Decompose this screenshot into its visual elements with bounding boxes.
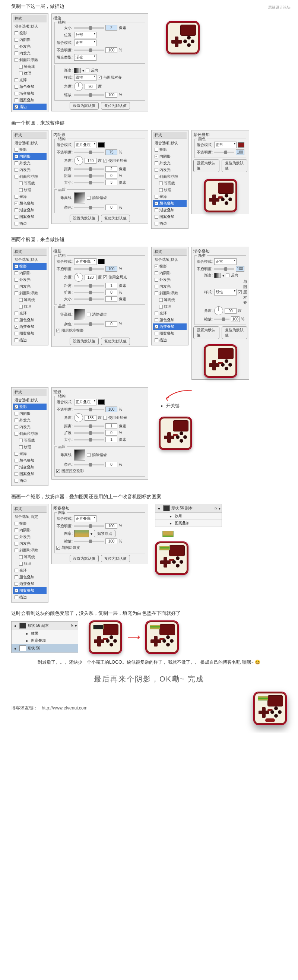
blending-options[interactable]: 混合选项:默认 <box>153 140 187 146</box>
opt-color-overlay[interactable]: 颜色叠加 <box>13 574 46 581</box>
layer-fx-pattern[interactable]: ●图案叠加 <box>155 520 222 527</box>
noise-slider[interactable] <box>74 464 104 465</box>
scale-input[interactable]: 100 <box>105 92 117 98</box>
knockout-check[interactable] <box>56 329 60 332</box>
align-check[interactable] <box>98 76 102 80</box>
pattern-dropdown-icon[interactable]: ▾ <box>90 532 92 536</box>
angle-input[interactable]: 120 <box>84 158 97 164</box>
blending-options[interactable]: 混合选项:默认 <box>13 256 46 263</box>
antialias-check[interactable] <box>87 196 90 200</box>
set-default-button[interactable]: 设置为默认值 <box>193 159 219 172</box>
global-light-check[interactable] <box>103 159 107 162</box>
reverse-check[interactable] <box>86 68 89 72</box>
angle-dial[interactable] <box>214 306 223 315</box>
layer-effects[interactable]: ●效果 <box>11 630 78 637</box>
dist-slider[interactable] <box>74 426 104 427</box>
opt-outer-glow[interactable]: 外发光 <box>13 277 46 283</box>
reverse-check[interactable] <box>226 274 230 277</box>
opt-contour[interactable]: 等高线 <box>13 180 46 187</box>
opt-texture[interactable]: 纹理 <box>13 187 46 193</box>
opacity-input[interactable]: 100 <box>105 47 117 53</box>
opt-color-overlay[interactable]: 颜色叠加 <box>13 83 46 90</box>
opt-bevel[interactable]: 斜面和浮雕 <box>13 290 46 297</box>
blending-options[interactable]: 混合选项:默认 <box>13 397 46 404</box>
opt-drop-shadow[interactable]: 投影 <box>153 263 187 270</box>
opt-pattern-overlay[interactable]: 图案叠加 <box>13 97 46 103</box>
opt-drop-shadow[interactable]: 投影 <box>13 404 46 410</box>
chevron-down-icon[interactable]: ▾ <box>75 624 77 628</box>
eye-icon[interactable]: ● <box>13 646 18 651</box>
noise-input[interactable]: 0 <box>105 321 117 327</box>
opt-pattern-overlay[interactable]: 图案叠加 <box>13 213 46 220</box>
opt-texture[interactable]: 纹理 <box>153 187 187 193</box>
opt-contour[interactable]: 等高线 <box>13 437 46 444</box>
reset-default-button[interactable]: 复位为默认值 <box>101 215 130 222</box>
size-slider[interactable] <box>74 27 104 29</box>
antialias-check[interactable] <box>87 313 90 317</box>
angle-dial[interactable] <box>74 273 83 282</box>
color-swatch[interactable] <box>238 142 244 148</box>
opt-bevel[interactable]: 斜面和浮雕 <box>13 547 46 554</box>
opt-bevel[interactable]: 斜面和浮雕 <box>153 173 187 180</box>
opt-stroke[interactable]: 描边 <box>153 220 187 227</box>
opacity-slider[interactable] <box>214 268 234 270</box>
opt-gradient-overlay[interactable]: 渐变叠加 <box>13 323 46 330</box>
blend-select[interactable]: 正常 <box>214 142 236 148</box>
opt-texture[interactable]: 纹理 <box>13 444 46 450</box>
opt-color-overlay[interactable]: 颜色叠加 <box>13 457 46 464</box>
opt-drop-shadow[interactable]: 投影 <box>13 520 46 527</box>
opt-outer-glow[interactable]: 外发光 <box>13 160 46 167</box>
color-swatch[interactable] <box>98 142 105 148</box>
contour-swatch[interactable] <box>74 192 85 204</box>
layer-row[interactable]: ●形状 56 副本fx▾ <box>11 622 78 630</box>
layer-effects[interactable]: ●效果 <box>155 513 222 520</box>
opacity-slider[interactable] <box>74 152 104 153</box>
opt-inner-shadow[interactable]: 内阴影 <box>13 410 46 417</box>
opacity-slider[interactable] <box>74 409 104 410</box>
opt-inner-glow[interactable]: 内发光 <box>13 50 46 57</box>
angle-input[interactable]: 90 <box>225 308 236 314</box>
scale-slider[interactable] <box>214 318 230 320</box>
fx-badge[interactable]: fx <box>214 506 217 510</box>
opt-inner-shadow[interactable]: 内阴影 <box>13 527 46 534</box>
link-url[interactable]: http://www.elvenui.com <box>42 705 87 711</box>
opt-color-overlay[interactable]: 颜色叠加 <box>13 317 46 323</box>
set-default-button[interactable]: 设置为默认值 <box>70 337 99 345</box>
opt-outer-glow[interactable]: 外发光 <box>153 160 187 167</box>
opt-satin[interactable]: 光泽 <box>153 310 187 317</box>
opt-inner-shadow[interactable]: 内阴影 <box>153 270 187 277</box>
opt-satin[interactable]: 光泽 <box>13 450 46 457</box>
opt-stroke[interactable]: 描边 <box>13 103 46 110</box>
opt-color-overlay[interactable]: 颜色叠加 <box>13 200 46 207</box>
opt-outer-glow[interactable]: 外发光 <box>13 417 46 424</box>
angle-dial[interactable] <box>74 156 83 165</box>
opt-drop-shadow[interactable]: 投影 <box>13 30 46 37</box>
reset-default-button[interactable]: 复位为默认值 <box>101 337 130 345</box>
grad-style-select[interactable]: 线性 <box>214 289 236 296</box>
blending-options[interactable]: 混合选项:默认 <box>13 23 46 30</box>
angle-input[interactable]: 135 <box>84 415 97 421</box>
opt-inner-glow[interactable]: 内发光 <box>153 167 187 173</box>
gradient-swatch[interactable] <box>214 273 221 278</box>
spread-input[interactable]: 0 <box>105 430 117 436</box>
eye-icon[interactable]: ● <box>13 624 18 628</box>
opt-bevel[interactable]: 斜面和浮雕 <box>153 290 187 297</box>
dist-input[interactable]: 1 <box>105 283 117 288</box>
gradient-dropdown-icon[interactable]: ▾ <box>222 274 224 278</box>
opt-inner-shadow[interactable]: 内阴影 <box>153 153 187 160</box>
scale-input[interactable]: 100 <box>105 538 117 544</box>
opt-color-overlay[interactable]: 颜色叠加 <box>153 200 187 207</box>
gradient-swatch[interactable] <box>74 68 81 73</box>
spread-slider[interactable] <box>74 292 104 293</box>
noise-input[interactable]: 0 <box>105 205 117 210</box>
opacity-input[interactable]: 100 <box>236 266 244 272</box>
opt-contour[interactable]: 等高线 <box>153 297 187 303</box>
opacity-input[interactable]: 100 <box>236 150 244 155</box>
opt-inner-glow[interactable]: 内发光 <box>13 540 46 547</box>
opt-inner-glow[interactable]: 内发光 <box>153 283 187 290</box>
eye-icon[interactable]: ● <box>157 506 162 511</box>
opacity-input[interactable]: 100 <box>105 407 117 412</box>
size-slider[interactable] <box>74 299 104 300</box>
opt-outer-glow[interactable]: 外发光 <box>13 43 46 50</box>
reset-default-button[interactable]: 复位为默认值 <box>222 159 248 172</box>
